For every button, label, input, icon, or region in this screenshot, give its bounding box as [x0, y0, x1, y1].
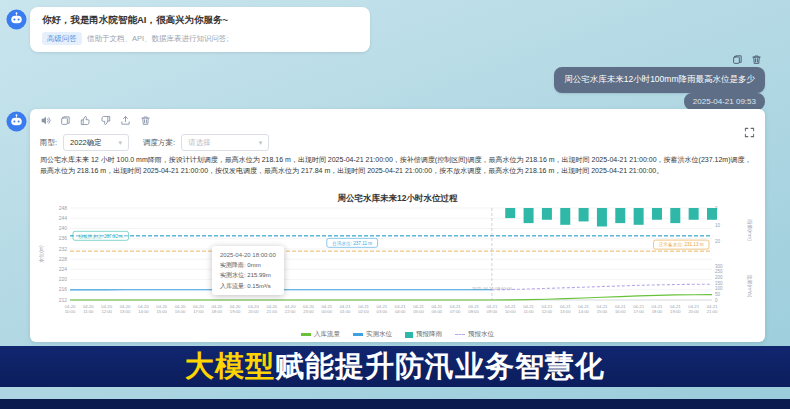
svg-text:04-21: 04-21: [395, 304, 406, 309]
svg-text:13:00: 13:00: [560, 309, 571, 314]
svg-text:05:00: 05:00: [413, 309, 424, 314]
svg-text:04-21: 04-21: [688, 304, 699, 309]
svg-text:04-21: 04-21: [340, 304, 351, 309]
svg-text:04-20: 04-20: [120, 304, 131, 309]
chevron-down-icon: ▾: [119, 139, 123, 146]
svg-text:18:00: 18:00: [652, 309, 663, 314]
thumbs-up-icon[interactable]: [80, 115, 91, 126]
svg-text:20:00: 20:00: [688, 309, 699, 314]
svg-text:240: 240: [59, 225, 68, 231]
legend-item-预报降雨[interactable]: 预报降雨: [405, 330, 442, 339]
svg-text:18:00: 18:00: [212, 309, 223, 314]
assistant-avatar: [6, 111, 27, 132]
svg-text:23:00: 23:00: [303, 309, 314, 314]
svg-text:248: 248: [59, 205, 68, 211]
svg-text:04-21: 04-21: [670, 304, 681, 309]
svg-text:100: 100: [715, 286, 723, 291]
water-level-chart[interactable]: 2482442402362322282242202162123002502001…: [36, 204, 758, 328]
read-aloud-icon[interactable]: [40, 115, 51, 126]
svg-text:台汛水位: 237.11 m: 台汛水位: 237.11 m: [332, 240, 372, 246]
trash-icon[interactable]: [751, 54, 762, 65]
svg-text:300: 300: [715, 264, 723, 269]
svg-text:04-20: 04-20: [65, 304, 76, 309]
thumbs-down-icon[interactable]: [100, 115, 111, 126]
fullscreen-icon[interactable]: [744, 127, 755, 138]
svg-text:228: 228: [59, 256, 68, 262]
plan-select[interactable]: 请选择 ▾: [181, 134, 269, 151]
svg-text:04-20: 04-20: [156, 304, 167, 309]
svg-text:04-21: 04-21: [560, 304, 571, 309]
svg-text:04-21: 04-21: [542, 304, 553, 309]
svg-text:20:00: 20:00: [248, 309, 259, 314]
svg-text:流量(m³/s): 流量(m³/s): [746, 274, 753, 297]
svg-text:04-20: 04-20: [248, 304, 259, 309]
svg-text:20: 20: [715, 239, 721, 244]
svg-text:04-20: 04-20: [175, 304, 186, 309]
svg-text:244: 244: [59, 215, 68, 221]
user-message-actions: [732, 54, 762, 65]
svg-text:04:00: 04:00: [395, 309, 406, 314]
svg-text:04-21: 04-21: [652, 304, 663, 309]
svg-text:04-21: 04-21: [487, 304, 498, 309]
chart-legend: 入库流量实测水位预报降雨预报水位: [30, 330, 765, 339]
svg-text:04-21: 04-21: [633, 304, 644, 309]
svg-text:04-21: 04-21: [615, 304, 626, 309]
assistant-greeting-bubble: 你好，我是甬水院智能AI，很高兴为你服务~ 高级问答 借助于文档、API、数据库…: [30, 7, 370, 52]
advanced-qa-badge[interactable]: 高级问答: [42, 32, 82, 45]
legend-item-入库流量[interactable]: 入库流量: [301, 330, 340, 339]
svg-text:16:00: 16:00: [175, 309, 186, 314]
copy-icon[interactable]: [732, 54, 743, 65]
chart-tooltip: 2025-04-20 18:00:00 实测降雨: 0mm 实测水位: 215.…: [212, 246, 284, 295]
greeting-description: 借助于文档、API、数据库表进行知识问答;: [87, 34, 229, 44]
rain-type-label: 雨型:: [40, 138, 57, 148]
svg-text:04-20: 04-20: [266, 304, 277, 309]
svg-text:06:00: 06:00: [432, 309, 443, 314]
svg-text:04-20: 04-20: [303, 304, 314, 309]
svg-text:04-21: 04-21: [431, 304, 442, 309]
app-window: 你好，我是甬水院智能AI，很高兴为你服务~ 高级问答 借助于文档、API、数据库…: [0, 0, 790, 409]
svg-text:220: 220: [59, 276, 68, 282]
svg-text:04-21: 04-21: [358, 304, 369, 309]
summary-text: 周公宅水库未来 12 小时 100.0 mm降雨，按设计计划调度，最高水位为 2…: [40, 154, 754, 176]
rain-type-select[interactable]: 2022确定 ▾: [63, 134, 129, 151]
banner-title: 大模型赋能提升防汛业务智慧化: [185, 347, 605, 387]
svg-text:15:00: 15:00: [156, 309, 167, 314]
svg-text:10:00: 10:00: [65, 309, 76, 314]
bottom-strip: [0, 399, 790, 409]
svg-text:08:00: 08:00: [468, 309, 479, 314]
legend-item-预报水位[interactable]: 预报水位: [455, 330, 494, 339]
svg-text:03:00: 03:00: [377, 309, 388, 314]
svg-text:22:00: 22:00: [285, 309, 296, 314]
svg-text:正常蓄水位: 231.13 m: 正常蓄水位: 231.13 m: [658, 242, 704, 247]
assistant-avatar: [6, 9, 27, 30]
user-message-bubble: 周公宅水库未来12小时100mm降雨最高水位是多少: [554, 67, 765, 93]
svg-text:04-20: 04-20: [211, 304, 222, 309]
svg-text:04-21: 04-21: [450, 304, 461, 309]
svg-text:150: 150: [715, 281, 723, 286]
svg-text:21:00: 21:00: [267, 309, 278, 314]
svg-text:04-20: 04-20: [285, 304, 296, 309]
copy-response-icon[interactable]: [60, 115, 71, 126]
export-icon[interactable]: [120, 115, 131, 126]
banner: 大模型赋能提升防汛业务智慧化: [0, 346, 790, 387]
svg-text:04-20: 04-20: [193, 304, 204, 309]
svg-text:0: 0: [715, 298, 718, 303]
delete-response-icon[interactable]: [140, 115, 151, 126]
rain-type-value: 2022确定: [70, 138, 102, 148]
svg-text:04-21: 04-21: [376, 304, 387, 309]
legend-item-实测水位[interactable]: 实测水位: [353, 330, 392, 339]
svg-text:200: 200: [715, 275, 723, 280]
svg-text:12:00: 12:00: [542, 309, 553, 314]
svg-text:14:00: 14:00: [138, 309, 149, 314]
svg-text:04-20: 04-20: [83, 304, 94, 309]
svg-text:10:00: 10:00: [505, 309, 516, 314]
svg-text:19:00: 19:00: [670, 309, 681, 314]
svg-text:07:00: 07:00: [450, 309, 461, 314]
svg-text:12:00: 12:00: [101, 309, 112, 314]
svg-text:216: 216: [59, 286, 68, 292]
svg-text:04-21: 04-21: [321, 304, 332, 309]
svg-text:11:00: 11:00: [83, 309, 94, 314]
svg-text:04-21: 04-21: [597, 304, 608, 309]
svg-text:04-21: 04-21: [505, 304, 516, 309]
svg-text:232: 232: [59, 246, 68, 252]
